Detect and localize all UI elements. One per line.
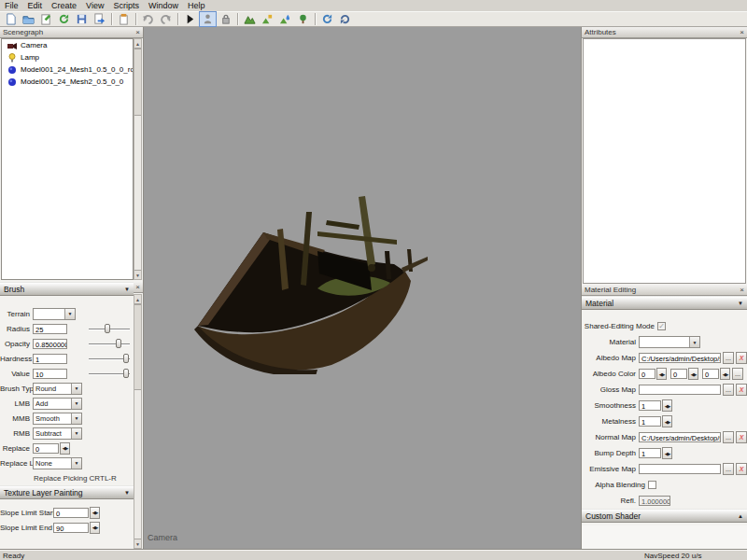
alpha-blending-checkbox[interactable] bbox=[648, 481, 656, 489]
menu-item-help[interactable]: Help bbox=[183, 1, 210, 10]
scenegraph-scrollbar[interactable]: ▲ ▼ bbox=[134, 38, 142, 280]
clear-map-button[interactable]: X bbox=[736, 352, 747, 364]
hardness-input[interactable]: 1 bbox=[33, 354, 67, 364]
close-icon[interactable]: × bbox=[740, 287, 744, 294]
opacity-slider[interactable] bbox=[89, 338, 130, 350]
open-folder-button[interactable] bbox=[20, 11, 37, 27]
close-icon[interactable]: × bbox=[740, 29, 744, 36]
first-person-view-button[interactable] bbox=[199, 11, 217, 27]
metalness-input[interactable]: 1 bbox=[639, 416, 661, 427]
hardness-slider[interactable] bbox=[89, 353, 130, 365]
spinner-icon[interactable]: ◀▶ bbox=[90, 507, 100, 519]
reload-button[interactable] bbox=[55, 11, 73, 27]
spinner-icon[interactable]: ◀▶ bbox=[662, 447, 672, 459]
spinner-icon[interactable]: ◀▶ bbox=[90, 522, 100, 534]
spinner-icon[interactable]: ◀▶ bbox=[60, 442, 70, 455]
browse-button[interactable]: ... bbox=[723, 463, 734, 475]
scenegraph-item-camera[interactable]: Camera bbox=[2, 39, 133, 51]
browse-button[interactable]: ... bbox=[723, 431, 734, 443]
collapse-icon: ▼ bbox=[124, 287, 130, 292]
metalness-label: Metalness bbox=[582, 417, 639, 426]
recompile-button[interactable] bbox=[336, 11, 354, 27]
albedo-map-input[interactable]: C:/Users/admin/Desktop/smallboat bbox=[639, 353, 721, 363]
bump-depth-input[interactable]: 1 bbox=[639, 448, 661, 458]
terrain-sculpt-button[interactable] bbox=[241, 11, 259, 27]
scenegraph-item-mesh2[interactable]: Model001_24_Mesh2_0.5_0_0 bbox=[2, 76, 133, 88]
albedo-color-r-input[interactable]: 0 bbox=[639, 369, 655, 379]
slope-limit-end-input[interactable]: 90 bbox=[53, 523, 89, 533]
replace-input[interactable]: 0 bbox=[33, 443, 59, 454]
redo-icon bbox=[160, 13, 172, 25]
albedo-color-b-input[interactable]: 0 bbox=[702, 369, 719, 379]
paste-button[interactable] bbox=[115, 11, 133, 27]
replace-limit-dropdown[interactable]: None ▼ bbox=[33, 457, 82, 469]
normal-map-input[interactable]: C:/Users/admin/Desktop/smallboat bbox=[639, 432, 721, 442]
spinner-icon[interactable]: ◀▶ bbox=[720, 368, 730, 380]
slope-limit-start-input[interactable]: 0 bbox=[53, 508, 89, 518]
toolbar-separator bbox=[111, 13, 112, 25]
spinner-icon[interactable]: ◀▶ bbox=[662, 415, 672, 427]
radius-slider[interactable] bbox=[89, 323, 130, 335]
play-button[interactable] bbox=[181, 11, 199, 27]
menu-item-create[interactable]: Create bbox=[47, 1, 81, 10]
undo-button[interactable] bbox=[139, 11, 157, 27]
material-section-header[interactable]: Material ▼ bbox=[582, 296, 747, 310]
menu-item-edit[interactable]: Edit bbox=[23, 1, 48, 10]
scenegraph-header: Scenegraph × bbox=[0, 27, 143, 38]
clear-map-button[interactable]: X bbox=[736, 463, 747, 475]
mmb-dropdown[interactable]: Smooth ▼ bbox=[33, 413, 82, 425]
scroll-down-icon[interactable]: ▼ bbox=[134, 539, 141, 548]
lmb-dropdown[interactable]: Add ▼ bbox=[33, 398, 82, 410]
spinner-icon[interactable]: ◀▶ bbox=[662, 399, 672, 412]
scroll-thumb[interactable] bbox=[134, 304, 141, 390]
albedo-color-g-input[interactable]: 0 bbox=[670, 369, 687, 379]
scenegraph-item-mesh1[interactable]: Model001_24_Mesh1_0.5_0_0_root_root bbox=[2, 63, 133, 76]
smoothness-input[interactable]: 1 bbox=[639, 400, 661, 411]
refresh-assets-button[interactable] bbox=[318, 11, 336, 27]
brush-type-dropdown[interactable]: Round ▼ bbox=[33, 383, 82, 395]
color-picker-button[interactable]: ... bbox=[732, 368, 743, 380]
close-icon[interactable]: × bbox=[135, 29, 140, 36]
terrain-paint-button[interactable] bbox=[259, 11, 276, 27]
viewport-3d[interactable]: Camera bbox=[144, 27, 581, 550]
menu-item-view[interactable]: View bbox=[81, 1, 108, 10]
scroll-up-icon[interactable]: ▲ bbox=[134, 39, 141, 49]
clear-map-button[interactable]: X bbox=[736, 431, 747, 443]
opacity-input[interactable]: 0.85000002 bbox=[33, 339, 67, 349]
custom-shader-header[interactable]: Custom Shader ▲ bbox=[582, 509, 747, 523]
terrain-editing-panel: Terrain Editing × Brush ▼ Terrain ▼ Radi… bbox=[0, 282, 144, 550]
shared-editing-mode-checkbox[interactable]: ✓ bbox=[657, 322, 666, 330]
scroll-thumb[interactable] bbox=[134, 49, 141, 116]
emissive-map-input[interactable] bbox=[639, 464, 721, 474]
new-file-button[interactable] bbox=[2, 11, 20, 27]
close-icon[interactable]: × bbox=[135, 284, 140, 291]
radius-input[interactable]: 25 bbox=[33, 324, 67, 334]
save-button[interactable] bbox=[73, 11, 91, 27]
brush-section-header[interactable]: Brush ▼ bbox=[0, 282, 134, 296]
scenegraph-item-lamp[interactable]: Lamp bbox=[2, 51, 133, 63]
texture-layer-painting-header[interactable]: Texture Layer Painting ▼ bbox=[0, 485, 134, 499]
value-slider[interactable] bbox=[89, 368, 130, 380]
export-scene-button[interactable] bbox=[91, 11, 108, 27]
terrain-editing-scrollbar[interactable]: ▲ ▼ bbox=[134, 294, 142, 549]
clear-map-button[interactable]: X bbox=[736, 384, 747, 396]
spinner-icon[interactable]: ◀▶ bbox=[656, 368, 667, 380]
menu-item-window[interactable]: Window bbox=[144, 1, 183, 10]
terrain-water-button[interactable] bbox=[276, 11, 294, 27]
edit-scene-button[interactable] bbox=[37, 11, 55, 27]
value-input[interactable]: 10 bbox=[33, 369, 67, 379]
gloss-map-input[interactable] bbox=[639, 385, 721, 395]
vegetation-paint-button[interactable] bbox=[294, 11, 312, 27]
menu-item-file[interactable]: File bbox=[0, 1, 23, 10]
menu-item-scripts[interactable]: Scripts bbox=[108, 1, 144, 10]
lock-button[interactable] bbox=[217, 11, 234, 27]
browse-button[interactable]: ... bbox=[723, 352, 734, 364]
rmb-dropdown[interactable]: Subtract ▼ bbox=[33, 427, 82, 440]
spinner-icon[interactable]: ◀▶ bbox=[688, 368, 698, 380]
material-dropdown[interactable]: ▼ bbox=[639, 336, 700, 348]
redo-button[interactable] bbox=[157, 11, 175, 27]
scroll-down-icon[interactable]: ▼ bbox=[134, 270, 141, 279]
scroll-up-icon[interactable]: ▲ bbox=[134, 295, 141, 304]
terrain-dropdown[interactable]: ▼ bbox=[33, 308, 76, 320]
browse-button[interactable]: ... bbox=[723, 384, 734, 396]
